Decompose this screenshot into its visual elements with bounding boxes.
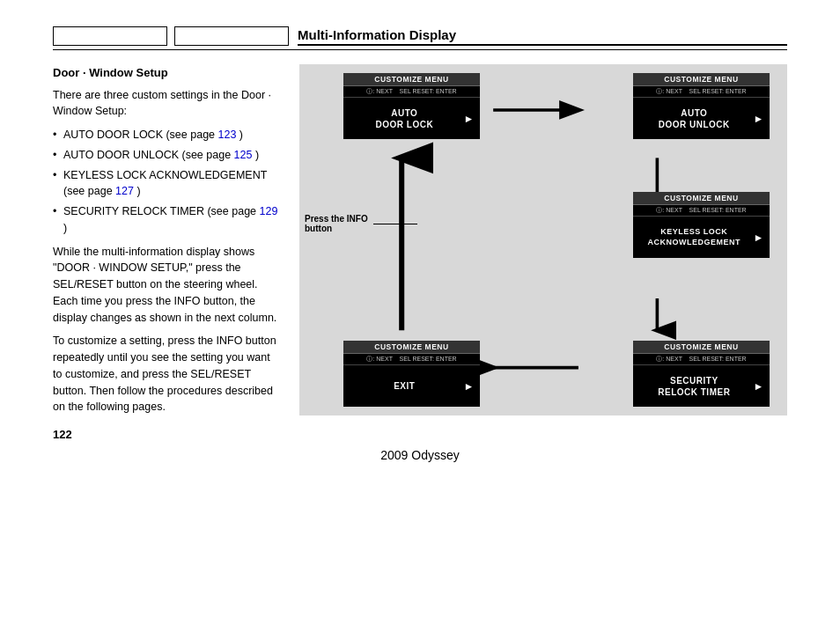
box5-header: CUSTOMIZE MENU — [633, 341, 770, 354]
box4-text: EXIT — [349, 380, 461, 392]
press-info-text: Press the INFO button — [305, 214, 368, 233]
box3-text: KEYLESS LOCKACKNOWLEDGEMENT — [638, 227, 750, 247]
bullet-list: AUTO DOOR LOCK (see page 123 ) AUTO DOOR… — [53, 127, 282, 237]
box5-content: SECURITYRELOCK TIMER ► — [633, 365, 770, 407]
box2-content: AUTODOOR UNLOCK ► — [633, 98, 770, 139]
footer: 2009 Odyssey — [53, 448, 787, 462]
box1-subheader: ⓘ: NEXT SEL RESET: ENTER — [343, 86, 480, 98]
header-tab-2 — [174, 26, 289, 46]
bullet-item-1: AUTO DOOR LOCK (see page 123 ) — [53, 127, 282, 143]
bullet-suffix-2: ) — [252, 149, 259, 161]
body-text-1: While the multi-information display show… — [53, 244, 282, 327]
bullet-link-2[interactable]: 125 — [234, 149, 253, 161]
box3-arrow: ► — [754, 232, 764, 244]
box3-header: CUSTOMIZE MENU — [633, 192, 770, 205]
box1-content: AUTODOOR LOCK ► — [343, 98, 480, 139]
section-description: There are three custom settings in the D… — [53, 87, 282, 121]
page: Multi-Information Display Door · Window … — [0, 0, 840, 625]
box2-subheader: ⓘ: NEXT SEL RESET: ENTER — [633, 86, 770, 98]
bullet-text-1: AUTO DOOR LOCK (see page — [63, 129, 218, 141]
main-content: Door · Window Setup There are three cust… — [53, 64, 787, 415]
menu-box-keyless-lock: CUSTOMIZE MENU ⓘ: NEXT SEL RESET: ENTER … — [633, 192, 770, 258]
header-divider — [53, 49, 787, 50]
box4-header: CUSTOMIZE MENU — [343, 341, 480, 354]
box3-subheader: ⓘ: NEXT SEL RESET: ENTER — [633, 205, 770, 217]
bullet-link-4[interactable]: 129 — [260, 205, 278, 217]
box3-content: KEYLESS LOCKACKNOWLEDGEMENT ► — [633, 217, 770, 258]
box2-header: CUSTOMIZE MENU — [633, 73, 770, 86]
box5-text: SECURITYRELOCK TIMER — [638, 375, 750, 398]
menu-box-security-relock: CUSTOMIZE MENU ⓘ: NEXT SEL RESET: ENTER … — [633, 341, 770, 407]
press-info-line2: button — [305, 224, 368, 233]
page-number: 122 — [53, 428, 787, 441]
box5-arrow: ► — [754, 380, 764, 393]
box2-text: AUTODOOR UNLOCK — [638, 107, 750, 130]
box2-arrow: ► — [754, 113, 764, 125]
menu-box-exit: CUSTOMIZE MENU ⓘ: NEXT SEL RESET: ENTER … — [343, 341, 480, 407]
press-info-line1: Press the INFO — [305, 214, 368, 224]
box1-text: AUTODOOR LOCK — [349, 107, 461, 130]
header: Multi-Information Display — [53, 26, 787, 46]
box1-arrow: ► — [464, 113, 475, 125]
box4-subheader: ⓘ: NEXT SEL RESET: ENTER — [343, 354, 480, 365]
bullet-suffix-1: ) — [236, 129, 243, 141]
left-column: Door · Window Setup There are three cust… — [53, 64, 282, 415]
bullet-link-1[interactable]: 123 — [218, 129, 237, 141]
bullet-suffix-3: ) — [134, 185, 141, 197]
body-text-2: To customize a setting, press the INFO b… — [53, 333, 282, 415]
diagram-area: Press the INFO button — [299, 64, 787, 415]
bullet-item-3: KEYLESS LOCK ACKNOWLEDGEMENT (see page 1… — [53, 167, 282, 201]
bullet-text-3: KEYLESS LOCK ACKNOWLEDGEMENT (see page — [63, 169, 267, 198]
box4-content: EXIT ► — [343, 365, 480, 407]
box5-subheader: ⓘ: NEXT SEL RESET: ENTER — [633, 354, 770, 365]
bullet-text-2: AUTO DOOR UNLOCK (see page — [63, 149, 234, 161]
box1-header: CUSTOMIZE MENU — [343, 73, 480, 86]
bullet-text-4: SECURITY RELOCK TIMER (see page — [63, 205, 260, 217]
header-tab-1 — [53, 26, 167, 46]
press-info-arrow-line — [373, 224, 417, 224]
bullet-item-2: AUTO DOOR UNLOCK (see page 125 ) — [53, 147, 282, 164]
section-title: Door · Window Setup — [53, 64, 282, 82]
menu-box-auto-door-lock: CUSTOMIZE MENU ⓘ: NEXT SEL RESET: ENTER … — [343, 73, 480, 139]
page-title: Multi-Information Display — [298, 27, 787, 46]
header-tabs — [53, 26, 289, 46]
bullet-item-4: SECURITY RELOCK TIMER (see page 129 ) — [53, 203, 282, 237]
box4-arrow: ► — [464, 380, 475, 393]
bullet-link-3[interactable]: 127 — [115, 185, 134, 197]
press-info-label: Press the INFO button — [305, 214, 417, 233]
menu-box-auto-door-unlock: CUSTOMIZE MENU ⓘ: NEXT SEL RESET: ENTER … — [633, 73, 770, 139]
bullet-suffix-4: ) — [63, 222, 67, 234]
